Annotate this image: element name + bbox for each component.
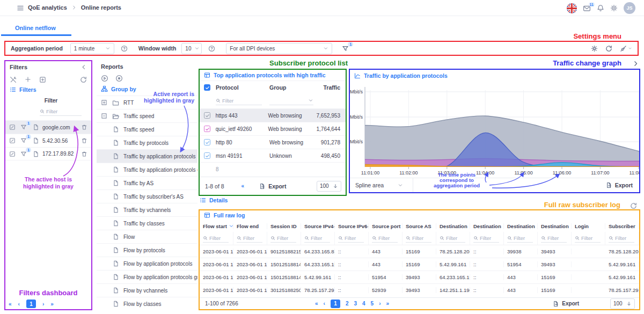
filter-funnel[interactable]: 1	[20, 151, 27, 157]
chart-type-select[interactable]: Spline area	[350, 178, 413, 192]
help-icon[interactable]	[121, 45, 128, 52]
page-1-button[interactable]: 1	[331, 300, 340, 308]
rawlog-filter-input[interactable]	[378, 235, 398, 241]
clear-charts-control[interactable]	[620, 45, 632, 52]
group-filter-input[interactable]	[269, 98, 306, 104]
protocol-row-quic-ietf-49260[interactable]: quic_ietf 49260 Web browsing 1,764,644	[200, 122, 346, 135]
refresh-icon[interactable]	[630, 202, 637, 209]
refresh-icon[interactable]	[80, 76, 87, 83]
page-size-select[interactable]: 100	[610, 298, 635, 309]
select-all-checkbox[interactable]	[204, 84, 210, 91]
record-icon[interactable]	[115, 75, 123, 82]
tree-report-traffic-speed[interactable]: Traffic speed	[97, 122, 197, 136]
export-button[interactable]: Export	[553, 301, 579, 307]
row-checkbox[interactable]	[204, 112, 210, 119]
page-prev-button[interactable]: ‹	[18, 301, 20, 307]
rawlog-col-1-flow-end[interactable]: Flow end	[233, 223, 267, 229]
add-filter-icon[interactable]	[25, 76, 31, 83]
report-settings-gear-icon[interactable]	[591, 45, 598, 52]
filter-funnel[interactable]: 1	[20, 124, 27, 130]
tree-report-flow-by-application-protocols[interactable]: Flow by application protocols	[97, 257, 197, 270]
tree-report-flow-by-application-protocols-grou[interactable]: Flow by application protocols grou	[97, 270, 197, 283]
filter-name[interactable]: 5.42.30.56	[42, 138, 81, 144]
rawlog-col-8-destination[interactable]: Destination	[470, 223, 504, 229]
gear-icon[interactable]	[610, 4, 618, 12]
tree-report-traffic-by-protocols[interactable]: Traffic by protocols	[97, 136, 197, 149]
row-checkbox[interactable]	[204, 139, 210, 145]
tree-report-traffic-by-application-protocols-gr[interactable]: Traffic by application protocols gr	[97, 163, 197, 176]
dpi-devices-select[interactable]: For all DPI devices	[226, 43, 332, 54]
rawlog-filter-input[interactable]	[412, 235, 431, 241]
page-last-button[interactable]: »	[386, 301, 390, 306]
notifications-icon[interactable]	[597, 4, 604, 12]
rawlog-col-3-source-ipv4[interactable]: Source IPv4-	[301, 223, 335, 229]
rawlog-col-7-destination[interactable]: Destination	[436, 223, 470, 229]
tree-report-flow-by-protocols[interactable]: Flow by protocols	[97, 243, 197, 257]
group-filter-select[interactable]	[269, 98, 313, 105]
row-checkbox[interactable]	[204, 152, 210, 159]
collapse-node-icon[interactable]	[101, 113, 107, 119]
tree-report-flow-by-classes[interactable]: Flow by classes	[97, 297, 197, 310]
rawlog-filter-input[interactable]	[446, 235, 465, 241]
add-filter-table-icon[interactable]	[39, 76, 46, 83]
column-protocol[interactable]: Protocol	[216, 84, 269, 91]
details-link[interactable]: Details	[200, 197, 228, 203]
collapse-right-panel-icon[interactable]	[632, 60, 639, 67]
page-4-button[interactable]: 4	[362, 301, 365, 306]
filter-row-172-17-89-82[interactable]: 1 172.17.89.82	[5, 147, 91, 160]
rawlog-col-4-source-ipv6[interactable]: Source IPv6-	[335, 223, 369, 229]
refresh-icon[interactable]	[605, 45, 612, 52]
rawlog-filter-input[interactable]	[345, 235, 364, 241]
page-size-select[interactable]: 100	[317, 181, 341, 192]
filter-funnel[interactable]: 1	[20, 137, 27, 144]
aggregation-period-select[interactable]: 1 minute	[70, 43, 114, 54]
page-prev-button[interactable]: ‹	[324, 301, 325, 306]
rawlog-col-9-destination[interactable]: Destination	[504, 223, 538, 229]
edit-filter-icon[interactable]	[9, 151, 16, 157]
start-icon[interactable]	[101, 75, 108, 82]
rawlog-filter-input[interactable]	[581, 235, 601, 241]
filter-search-input[interactable]	[46, 108, 82, 114]
settings-filter-funnel[interactable]: 1	[342, 45, 349, 52]
rawlog-filter-input[interactable]	[243, 235, 262, 241]
rawlog-row[interactable]: 2023-06-01 112023-06-01 1115012518814316…	[200, 258, 639, 271]
page-next-button[interactable]: ›	[42, 301, 44, 307]
rawlog-row[interactable]: 2023-06-01 112023-06-01 1115012518814315…	[200, 271, 639, 283]
tree-folder-traffic-speed[interactable]: Traffic speed	[97, 109, 197, 122]
protocol-row-msn-49191[interactable]: msn 49191 Unknown 498,450	[200, 149, 346, 162]
page-2-button[interactable]: 2	[346, 301, 349, 306]
row-checkbox[interactable]	[204, 126, 210, 132]
rawlog-filter-input[interactable]	[615, 235, 634, 241]
collapse-panel-icon[interactable]	[80, 64, 87, 70]
page-first-button[interactable]: «	[9, 301, 12, 307]
page-current[interactable]: 1	[26, 300, 36, 308]
tree-report-flow[interactable]: Flow	[97, 230, 197, 243]
rawlog-col-11-login[interactable]: Login	[572, 223, 605, 229]
group-by-control[interactable]: Group by	[101, 85, 136, 92]
filters-section-header[interactable]: Filters	[10, 86, 36, 93]
tree-report-traffic-by-vchannels[interactable]: Traffic by vchannels	[97, 203, 197, 216]
tab-online-netflow[interactable]: Online netflow	[1, 25, 71, 36]
rawlog-col-6-source-as[interactable]: Source AS	[402, 223, 436, 229]
page-5-button[interactable]: 5	[371, 301, 374, 306]
edit-filter-icon[interactable]	[9, 124, 16, 130]
filter-row-google-com[interactable]: 1 google.com	[5, 120, 91, 134]
rawlog-filter-input[interactable]	[311, 235, 330, 241]
delete-filter-icon[interactable]	[81, 137, 87, 144]
rawlog-filter-input[interactable]	[547, 235, 567, 241]
page-first-button[interactable]: «	[241, 183, 245, 189]
filter-name[interactable]: google.com	[42, 125, 81, 130]
filter-name[interactable]: 172.17.89.82	[42, 151, 81, 157]
hamburger-menu-icon[interactable]	[16, 4, 25, 12]
rawlog-filter-input[interactable]	[480, 235, 499, 241]
export-button[interactable]: Export	[259, 183, 286, 189]
tree-report-flow-by-vchannels[interactable]: Flow by vchannels	[97, 283, 197, 297]
column-group[interactable]: Group	[269, 84, 319, 91]
tree-report-traffic-by-subscriber-s-as[interactable]: Traffic by subscriber's AS	[97, 189, 197, 203]
rawlog-col-2-session-id[interactable]: Session ID	[267, 223, 301, 229]
protocol-row-http-80[interactable]: http 80 Web browsing 901,278	[200, 135, 346, 149]
export-button[interactable]: Export	[606, 182, 633, 188]
delete-filter-icon[interactable]	[81, 151, 87, 157]
tree-report-traffic-by-as[interactable]: Traffic by AS	[97, 176, 197, 189]
rawlog-filter-input[interactable]	[209, 235, 229, 241]
